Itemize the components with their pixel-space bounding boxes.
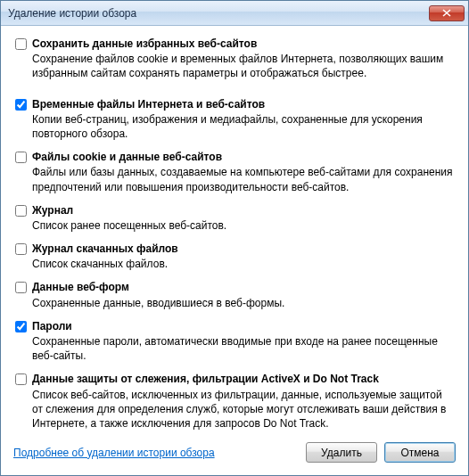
- option-title: Сохранить данные избранных веб-сайтов: [32, 37, 454, 51]
- option-description: Сохранение файлов cookie и временных фай…: [32, 52, 454, 80]
- option-description: Список ранее посещенных веб-сайтов.: [32, 218, 454, 233]
- option-description: Сохраненные пароли, автоматически вводим…: [32, 334, 454, 363]
- option-description: Сохраненные данные, вводившиеся в веб-фо…: [32, 296, 454, 310]
- option-title: Журнал: [32, 203, 454, 217]
- option-title: Данные защиты от слежения, фильтрации Ac…: [32, 372, 454, 386]
- checkbox-preserve-favorites[interactable]: [15, 38, 27, 50]
- option-passwords: ПаролиСохраненные пароли, автоматически …: [15, 319, 454, 364]
- checkbox-history[interactable]: [15, 205, 27, 217]
- option-title: Пароли: [32, 319, 454, 333]
- option-tracking-protection: Данные защиты от слежения, фильтрации Ac…: [15, 372, 454, 431]
- option-title: Данные веб-форм: [32, 280, 454, 294]
- option-history: ЖурналСписок ранее посещенных веб-сайтов…: [15, 203, 454, 233]
- option-download-history: Журнал скачанных файловСписок скачанных …: [15, 242, 454, 271]
- checkbox-form-data[interactable]: [15, 282, 27, 293]
- checkbox-download-history[interactable]: [15, 243, 27, 255]
- titlebar: Удаление истории обзора: [1, 1, 468, 26]
- dialog-content: Сохранить данные избранных веб-сайтовСох…: [1, 26, 468, 435]
- option-description: Список скачанных файлов.: [32, 257, 454, 271]
- delete-button[interactable]: Удалить: [306, 442, 377, 463]
- option-body: ЖурналСписок ранее посещенных веб-сайтов…: [32, 203, 454, 233]
- close-icon: [442, 9, 451, 17]
- option-title: Журнал скачанных файлов: [32, 242, 454, 256]
- option-preserve-favorites: Сохранить данные избранных веб-сайтовСох…: [15, 37, 454, 81]
- option-title: Временные файлы Интернета и веб-сайтов: [32, 97, 454, 111]
- option-body: Файлы cookie и данные веб-сайтовФайлы ил…: [32, 150, 454, 194]
- close-button[interactable]: [429, 5, 465, 21]
- dialog-footer: Подробнее об удалении истории обзора Уда…: [1, 435, 468, 475]
- option-body: Временные файлы Интернета и веб-сайтовКо…: [32, 97, 454, 142]
- cancel-button[interactable]: Отмена: [384, 442, 456, 463]
- checkbox-tracking-protection[interactable]: [15, 373, 27, 385]
- option-temp-internet-files: Временные файлы Интернета и веб-сайтовКо…: [15, 97, 454, 142]
- option-description: Копии веб-страниц, изображения и медиафа…: [32, 112, 454, 141]
- window-title: Удаление истории обзора: [8, 7, 429, 20]
- option-title: Файлы cookie и данные веб-сайтов: [32, 150, 454, 164]
- checkbox-passwords[interactable]: [15, 321, 27, 332]
- checkbox-temp-internet-files[interactable]: [15, 99, 27, 111]
- option-form-data: Данные веб-формСохраненные данные, вводи…: [15, 280, 454, 309]
- checkbox-cookies[interactable]: [15, 152, 27, 163]
- help-link[interactable]: Подробнее об удалении истории обзора: [13, 447, 215, 459]
- option-description: Список веб-сайтов, исключенных из фильтр…: [32, 388, 454, 431]
- option-cookies: Файлы cookie и данные веб-сайтовФайлы ил…: [15, 150, 454, 194]
- option-body: Журнал скачанных файловСписок скачанных …: [32, 242, 454, 271]
- option-description: Файлы или базы данных, создаваемые на ко…: [32, 165, 454, 193]
- option-body: Данные веб-формСохраненные данные, вводи…: [32, 280, 454, 309]
- option-body: Данные защиты от слежения, фильтрации Ac…: [32, 372, 454, 431]
- option-body: Сохранить данные избранных веб-сайтовСох…: [32, 37, 454, 81]
- option-body: ПаролиСохраненные пароли, автоматически …: [32, 319, 454, 364]
